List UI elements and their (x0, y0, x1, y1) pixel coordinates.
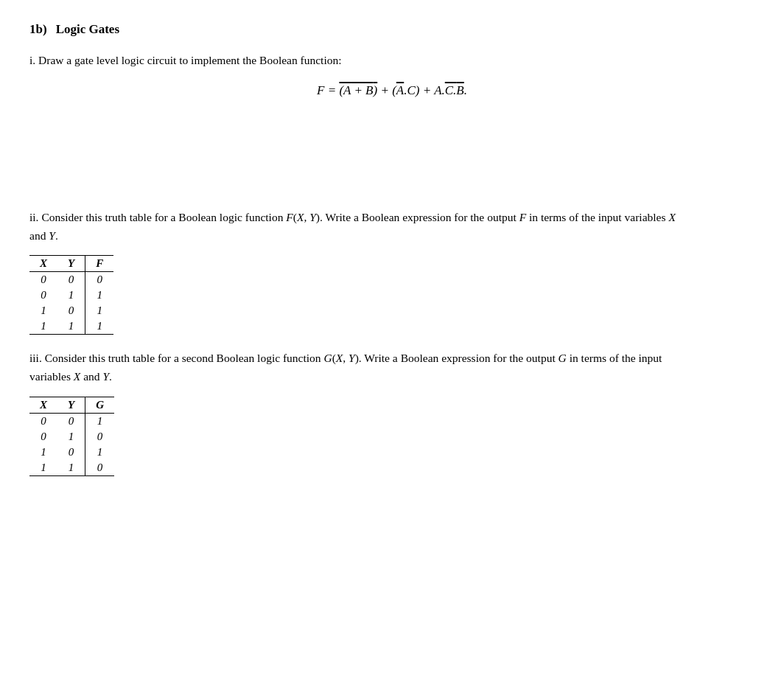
table-cell: 1 (57, 288, 85, 303)
table-cell: 1 (57, 318, 85, 335)
table-cell: 0 (29, 288, 57, 303)
boolean-formula: F = (A + B) + (A.C) + A.C.B. (317, 83, 467, 98)
part-ii-roman: ii. (29, 211, 39, 223)
table-cell: 1 (57, 460, 85, 476)
table-row: 101 (29, 303, 113, 318)
table-row: 001 (29, 413, 114, 429)
section-label: 1b) (29, 22, 47, 37)
section-title: Logic Gates (56, 22, 119, 37)
table-row: 010 (29, 429, 114, 445)
table-cell: 1 (85, 303, 114, 318)
table-cell: 1 (57, 429, 85, 445)
truth-table-g: X Y G 001010101110 (29, 397, 114, 476)
table-row: 011 (29, 288, 113, 303)
table-cell: 0 (29, 413, 57, 429)
drawing-space (29, 120, 755, 209)
table-cell: 0 (85, 272, 114, 288)
col-header-x: X (29, 256, 57, 272)
col-header-g: G (85, 397, 114, 413)
part-iii-roman: iii. (29, 352, 42, 364)
col-header-y2: Y (57, 397, 85, 413)
part-i-text: i. Draw a gate level logic circuit to im… (29, 52, 693, 70)
table-row: 110 (29, 460, 114, 476)
table-cell: 0 (57, 445, 85, 460)
table-cell: 0 (57, 272, 85, 288)
table-cell: 1 (29, 445, 57, 460)
col-header-f: F (85, 256, 114, 272)
part-i-roman: i. (29, 54, 35, 66)
table-cell: 1 (85, 318, 114, 335)
part-iii-text: iii. Consider this truth table for a sec… (29, 349, 693, 386)
table-cell: 0 (29, 272, 57, 288)
col-header-y: Y (57, 256, 85, 272)
truth-table-g-header-row: X Y G (29, 397, 114, 413)
part-ii-text: ii. Consider this truth table for a Bool… (29, 209, 693, 245)
table-row: 101 (29, 445, 114, 460)
table-cell: 0 (29, 429, 57, 445)
table-cell: 0 (57, 413, 85, 429)
truth-table-f-wrapper: X Y F 000011101111 (29, 255, 755, 335)
truth-table-f-header-row: X Y F (29, 256, 113, 272)
table-cell: 1 (29, 303, 57, 318)
table-cell: 1 (29, 318, 57, 335)
table-cell: 0 (85, 460, 114, 476)
table-cell: 1 (29, 460, 57, 476)
section-heading: 1b) Logic Gates (29, 22, 755, 37)
table-cell: 0 (57, 303, 85, 318)
truth-table-g-wrapper: X Y G 001010101110 (29, 397, 755, 476)
table-row: 111 (29, 318, 113, 335)
col-header-x2: X (29, 397, 57, 413)
table-cell: 1 (85, 288, 114, 303)
truth-table-f: X Y F 000011101111 (29, 255, 113, 335)
table-cell: 0 (85, 429, 114, 445)
table-cell: 1 (85, 445, 114, 460)
formula-block: F = (A + B) + (A.C) + A.C.B. (29, 83, 755, 98)
table-cell: 1 (85, 413, 114, 429)
table-row: 000 (29, 272, 113, 288)
